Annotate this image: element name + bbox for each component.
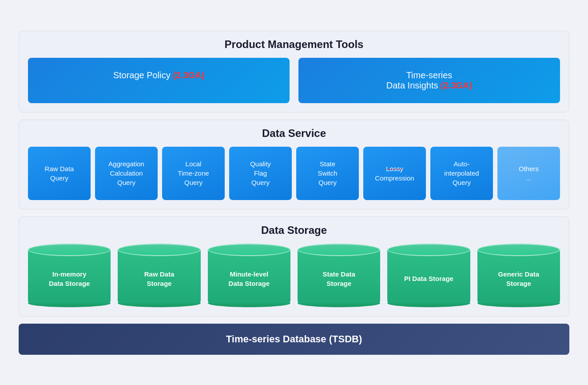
cylinder-rawdata: Raw DataStorage <box>118 244 200 307</box>
cyl-body-statedata: State DataStorage <box>298 250 380 303</box>
pmt-title: Product Management Tools <box>28 38 560 51</box>
ds-cards: Raw DataQuery AggregationCalculationQuer… <box>28 147 560 200</box>
tsdb-label: Time-series Database (TSDB) <box>226 333 362 345</box>
pmt-cards: Storage Policy (2.3GA) Time-series Data … <box>28 58 560 103</box>
cylinder-inmemory: In-memoryData Storage <box>28 244 111 307</box>
main-container: Product Management Tools Storage Policy … <box>10 22 578 364</box>
cylinder-minutelevel: Minute-levelData Storage <box>208 244 290 307</box>
ds-section: Data Service Raw DataQuery AggregationCa… <box>19 120 569 209</box>
ds-card-state-switch: StateSwitchQuery <box>296 147 359 200</box>
cyl-body-inmemory: In-memoryData Storage <box>28 250 111 303</box>
pmt-card1-version: (2.3GA) <box>173 70 204 80</box>
cylinder-genericdata: Generic DataStorage <box>477 244 560 307</box>
cylinder-statedata: State DataStorage <box>298 244 380 307</box>
cyl-body-genericdata: Generic DataStorage <box>477 250 560 303</box>
cyl-top-inmemory <box>28 244 111 256</box>
pmt-card2-line1: Time-series <box>406 70 453 80</box>
ds-title: Data Service <box>28 127 560 140</box>
pmt-card2-version: (2.3GA) <box>441 80 472 90</box>
cyl-top-rawdata <box>118 244 200 256</box>
ds-card-auto-interpolated: Auto-interpolatedQuery <box>430 147 493 200</box>
ds-card-lossy-compression: LossyCompression <box>363 147 426 200</box>
cyl-body-minutelevel: Minute-levelData Storage <box>208 250 290 303</box>
pmt-card-data-insights: Time-series Data Insights (2.3GA) <box>298 58 560 103</box>
cyl-top-pidata <box>387 244 470 256</box>
cyl-body-pidata: PI Data Storage <box>387 250 470 303</box>
cyl-top-minutelevel <box>208 244 290 256</box>
dstore-cards: In-memoryData Storage Raw DataStorage Mi… <box>28 244 560 307</box>
cyl-top-genericdata <box>477 244 560 256</box>
dstore-title: Data Storage <box>28 224 560 237</box>
dstore-section: Data Storage In-memoryData Storage Raw D… <box>19 217 569 317</box>
cyl-body-rawdata: Raw DataStorage <box>118 250 200 303</box>
ds-card-raw-data-query: Raw DataQuery <box>28 147 91 200</box>
pmt-card1-label: Storage Policy <box>113 70 173 80</box>
cyl-top-statedata <box>298 244 380 256</box>
tsdb-bar: Time-series Database (TSDB) <box>19 324 569 355</box>
ds-card-aggregation-query: AggregationCalculationQuery <box>95 147 158 200</box>
ds-card-others: Others... <box>497 147 560 200</box>
pmt-card2-line2: Data Insights <box>386 80 441 90</box>
ds-card-quality-flag: QualityFlagQuery <box>229 147 292 200</box>
ds-card-timezone-query: LocalTime-zoneQuery <box>162 147 225 200</box>
pmt-card-storage-policy: Storage Policy (2.3GA) <box>28 58 290 103</box>
cylinder-pidata: PI Data Storage <box>387 244 470 307</box>
pmt-section: Product Management Tools Storage Policy … <box>19 31 569 112</box>
